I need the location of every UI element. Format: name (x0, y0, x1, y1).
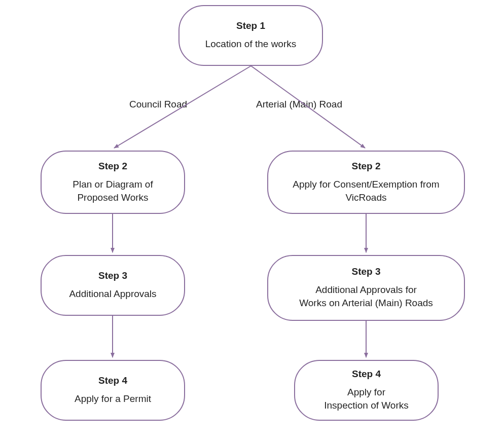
label-council-road: Council Road (129, 99, 187, 110)
node-left-step2-body: Plan or Diagram ofProposed Works (73, 178, 153, 204)
node-left-step3: Step 3 Additional Approvals (41, 255, 185, 316)
node-step1: Step 1 Location of the works (178, 5, 323, 66)
node-left-step2: Step 2 Plan or Diagram ofProposed Works (41, 151, 185, 214)
node-left-step4-body: Apply for a Permit (75, 392, 151, 406)
node-left-step3-title: Step 3 (98, 270, 127, 281)
node-step1-title: Step 1 (236, 20, 265, 31)
node-left-step2-title: Step 2 (98, 161, 127, 172)
node-right-step3-title: Step 3 (351, 266, 380, 277)
node-right-step2: Step 2 Apply for Consent/Exemption fromV… (267, 151, 465, 214)
node-right-step2-body: Apply for Consent/Exemption fromVicRoads (293, 178, 439, 204)
label-arterial-road: Arterial (Main) Road (256, 99, 342, 110)
node-right-step4: Step 4 Apply forInspection of Works (294, 360, 439, 421)
node-left-step4-title: Step 4 (98, 375, 127, 386)
node-right-step4-title: Step 4 (352, 369, 381, 380)
node-right-step3: Step 3 Additional Approvals forWorks on … (267, 255, 465, 321)
node-right-step3-body: Additional Approvals forWorks on Arteria… (299, 283, 433, 309)
node-left-step4: Step 4 Apply for a Permit (41, 360, 185, 421)
node-right-step2-title: Step 2 (351, 161, 380, 172)
node-right-step4-body: Apply forInspection of Works (324, 386, 409, 412)
node-left-step3-body: Additional Approvals (69, 287, 156, 301)
node-step1-body: Location of the works (205, 38, 297, 51)
